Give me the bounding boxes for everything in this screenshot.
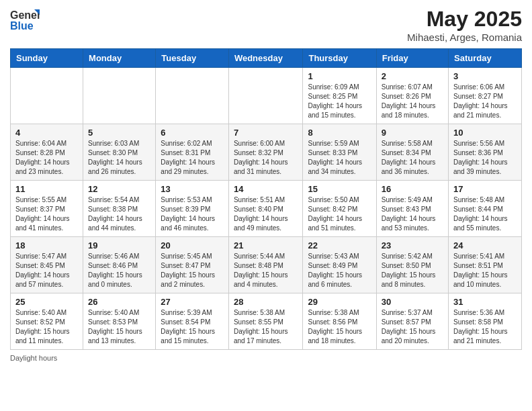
footer: Daylight hours: [10, 354, 522, 362]
day-number: 20: [161, 240, 224, 250]
day-number: 14: [234, 184, 298, 194]
calendar-cell: [156, 68, 229, 124]
calendar-cell: 13Sunrise: 5:53 AM Sunset: 8:39 PM Dayli…: [156, 181, 229, 237]
weekday-header: Saturday: [449, 49, 522, 68]
calendar-cell: 23Sunrise: 5:42 AM Sunset: 8:50 PM Dayli…: [376, 237, 448, 293]
calendar-week-row: 1Sunrise: 6:09 AM Sunset: 8:25 PM Daylig…: [11, 68, 522, 124]
calendar-cell: 17Sunrise: 5:48 AM Sunset: 8:44 PM Dayli…: [449, 181, 522, 237]
calendar-cell: 10Sunrise: 5:56 AM Sunset: 8:36 PM Dayli…: [449, 124, 522, 181]
day-info: Sunrise: 5:49 AM Sunset: 8:43 PM Dayligh…: [382, 195, 443, 233]
day-number: 2: [382, 71, 443, 81]
day-number: 15: [308, 184, 371, 194]
calendar-cell: 5Sunrise: 6:03 AM Sunset: 8:30 PM Daylig…: [83, 124, 156, 181]
day-info: Sunrise: 6:03 AM Sunset: 8:30 PM Dayligh…: [88, 139, 150, 177]
day-number: 13: [161, 184, 224, 194]
day-info: Sunrise: 5:54 AM Sunset: 8:38 PM Dayligh…: [88, 195, 150, 233]
day-info: Sunrise: 5:50 AM Sunset: 8:42 PM Dayligh…: [308, 195, 371, 233]
day-number: 19: [88, 240, 150, 250]
calendar-cell: 7Sunrise: 6:00 AM Sunset: 8:32 PM Daylig…: [228, 124, 303, 181]
day-info: Sunrise: 5:59 AM Sunset: 8:33 PM Dayligh…: [308, 139, 371, 177]
day-number: 8: [308, 128, 371, 138]
day-info: Sunrise: 6:00 AM Sunset: 8:32 PM Dayligh…: [234, 139, 298, 177]
calendar-cell: 30Sunrise: 5:37 AM Sunset: 8:57 PM Dayli…: [376, 293, 448, 350]
weekday-header: Friday: [376, 49, 448, 68]
calendar-cell: 12Sunrise: 5:54 AM Sunset: 8:38 PM Dayli…: [83, 181, 156, 237]
day-number: 27: [161, 297, 224, 307]
calendar-cell: 22Sunrise: 5:43 AM Sunset: 8:49 PM Dayli…: [303, 237, 376, 293]
day-number: 23: [382, 240, 443, 250]
calendar-cell: 15Sunrise: 5:50 AM Sunset: 8:42 PM Dayli…: [303, 181, 376, 237]
day-info: Sunrise: 5:37 AM Sunset: 8:57 PM Dayligh…: [382, 308, 443, 346]
day-number: 10: [453, 128, 517, 138]
calendar-week-row: 18Sunrise: 5:47 AM Sunset: 8:45 PM Dayli…: [11, 237, 522, 293]
day-info: Sunrise: 5:42 AM Sunset: 8:50 PM Dayligh…: [382, 252, 443, 289]
calendar-cell: 26Sunrise: 5:40 AM Sunset: 8:53 PM Dayli…: [83, 293, 156, 350]
day-number: 18: [15, 240, 78, 250]
day-info: Sunrise: 5:45 AM Sunset: 8:47 PM Dayligh…: [161, 252, 224, 289]
calendar-week-row: 25Sunrise: 5:40 AM Sunset: 8:52 PM Dayli…: [11, 293, 522, 350]
calendar-cell: 21Sunrise: 5:44 AM Sunset: 8:48 PM Dayli…: [228, 237, 303, 293]
svg-text:Blue: Blue: [10, 20, 34, 32]
weekday-header: Monday: [83, 49, 156, 68]
day-info: Sunrise: 5:40 AM Sunset: 8:53 PM Dayligh…: [88, 308, 150, 346]
calendar-cell: 2Sunrise: 6:07 AM Sunset: 8:26 PM Daylig…: [376, 68, 448, 124]
day-info: Sunrise: 5:38 AM Sunset: 8:55 PM Dayligh…: [234, 308, 298, 346]
day-number: 28: [234, 297, 298, 307]
calendar-cell: 20Sunrise: 5:45 AM Sunset: 8:47 PM Dayli…: [156, 237, 229, 293]
day-number: 31: [453, 297, 517, 307]
day-number: 29: [308, 297, 371, 307]
day-number: 9: [382, 128, 443, 138]
calendar-week-row: 4Sunrise: 6:04 AM Sunset: 8:28 PM Daylig…: [11, 124, 522, 181]
calendar-cell: 31Sunrise: 5:36 AM Sunset: 8:58 PM Dayli…: [449, 293, 522, 350]
day-number: 1: [308, 71, 371, 81]
day-info: Sunrise: 5:56 AM Sunset: 8:36 PM Dayligh…: [453, 139, 517, 177]
day-info: Sunrise: 6:07 AM Sunset: 8:26 PM Dayligh…: [382, 83, 443, 120]
title-block: May 2025 Mihaesti, Arges, Romania: [407, 7, 522, 43]
calendar-cell: 28Sunrise: 5:38 AM Sunset: 8:55 PM Dayli…: [228, 293, 303, 350]
calendar-cell: 8Sunrise: 5:59 AM Sunset: 8:33 PM Daylig…: [303, 124, 376, 181]
day-number: 22: [308, 240, 371, 250]
day-number: 3: [453, 71, 517, 81]
calendar-cell: 16Sunrise: 5:49 AM Sunset: 8:43 PM Dayli…: [376, 181, 448, 237]
weekday-header: Sunday: [11, 49, 83, 68]
calendar-cell: 19Sunrise: 5:46 AM Sunset: 8:46 PM Dayli…: [83, 237, 156, 293]
month-title: May 2025: [407, 7, 522, 32]
weekday-header: Wednesday: [228, 49, 303, 68]
day-number: 6: [161, 128, 224, 138]
day-info: Sunrise: 5:48 AM Sunset: 8:44 PM Dayligh…: [453, 195, 517, 233]
calendar-cell: [83, 68, 156, 124]
page-header: General Blue May 2025 Mihaesti, Arges, R…: [10, 7, 522, 43]
day-info: Sunrise: 5:53 AM Sunset: 8:39 PM Dayligh…: [161, 195, 224, 233]
day-info: Sunrise: 5:43 AM Sunset: 8:49 PM Dayligh…: [308, 252, 371, 289]
day-info: Sunrise: 5:38 AM Sunset: 8:56 PM Dayligh…: [308, 308, 371, 346]
day-info: Sunrise: 6:04 AM Sunset: 8:28 PM Dayligh…: [15, 139, 78, 177]
calendar-cell: 29Sunrise: 5:38 AM Sunset: 8:56 PM Dayli…: [303, 293, 376, 350]
day-number: 7: [234, 128, 298, 138]
calendar-cell: 14Sunrise: 5:51 AM Sunset: 8:40 PM Dayli…: [228, 181, 303, 237]
day-info: Sunrise: 6:09 AM Sunset: 8:25 PM Dayligh…: [308, 83, 371, 120]
day-info: Sunrise: 5:36 AM Sunset: 8:58 PM Dayligh…: [453, 308, 517, 346]
calendar-cell: [11, 68, 83, 124]
day-info: Sunrise: 5:39 AM Sunset: 8:54 PM Dayligh…: [161, 308, 224, 346]
day-info: Sunrise: 5:51 AM Sunset: 8:40 PM Dayligh…: [234, 195, 298, 233]
day-number: 4: [15, 128, 78, 138]
day-info: Sunrise: 5:55 AM Sunset: 8:37 PM Dayligh…: [15, 195, 78, 233]
weekday-header: Tuesday: [156, 49, 229, 68]
calendar-cell: 6Sunrise: 6:02 AM Sunset: 8:31 PM Daylig…: [156, 124, 229, 181]
calendar-week-row: 11Sunrise: 5:55 AM Sunset: 8:37 PM Dayli…: [11, 181, 522, 237]
calendar-header-row: SundayMondayTuesdayWednesdayThursdayFrid…: [11, 49, 522, 68]
calendar-cell: 25Sunrise: 5:40 AM Sunset: 8:52 PM Dayli…: [11, 293, 83, 350]
day-number: 21: [234, 240, 298, 250]
daylight-label: Daylight hours: [10, 354, 57, 362]
day-info: Sunrise: 6:02 AM Sunset: 8:31 PM Dayligh…: [161, 139, 224, 177]
day-number: 17: [453, 184, 517, 194]
calendar-cell: 1Sunrise: 6:09 AM Sunset: 8:25 PM Daylig…: [303, 68, 376, 124]
day-number: 11: [15, 184, 78, 194]
day-info: Sunrise: 5:41 AM Sunset: 8:51 PM Dayligh…: [453, 252, 517, 289]
calendar-cell: 3Sunrise: 6:06 AM Sunset: 8:27 PM Daylig…: [449, 68, 522, 124]
day-info: Sunrise: 5:47 AM Sunset: 8:45 PM Dayligh…: [15, 252, 78, 289]
day-number: 24: [453, 240, 517, 250]
weekday-header: Thursday: [303, 49, 376, 68]
subtitle: Mihaesti, Arges, Romania: [407, 32, 522, 43]
day-info: Sunrise: 5:58 AM Sunset: 8:34 PM Dayligh…: [382, 139, 443, 177]
